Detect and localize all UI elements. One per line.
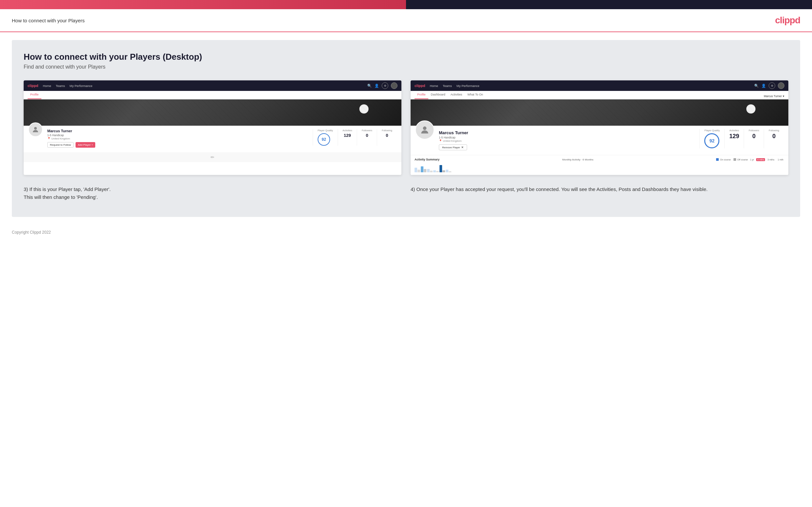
chart-bar-group-1 [414, 168, 420, 172]
footer: Copyright Clippd 2022 [0, 225, 812, 240]
time-btn-1yr[interactable]: 1 yr [749, 158, 755, 161]
mock-app-right: clippd Home Teams My Performance 🔍 👤 ⚙ P… [411, 80, 789, 175]
bar-off-6 [449, 171, 451, 172]
stat-followers-right: Followers 0 [744, 129, 764, 148]
settings-icon-right[interactable]: ⚙ [769, 82, 775, 89]
quality-circle-right: 92 [704, 133, 719, 148]
time-btn-3mths[interactable]: 3 mths [766, 158, 775, 161]
bar-on-6 [446, 170, 448, 172]
tab-profile-left[interactable]: Profile [28, 91, 41, 99]
profile-icon-right[interactable] [778, 82, 784, 89]
profile-icon-left[interactable] [391, 82, 398, 89]
time-btn-6mths[interactable]: 6 mths [756, 158, 765, 161]
on-course-label: On course [720, 159, 730, 161]
activity-title: Activity Summary [414, 158, 440, 161]
user-icon-left[interactable]: 👤 [374, 84, 379, 88]
quality-label-left: Player Quality [318, 129, 333, 132]
cursor-overlay-left: ✏ [23, 152, 401, 162]
activity-period: Monthly Activity · 6 Months [562, 158, 594, 161]
player-dropdown[interactable]: Marcus Turner ▾ [764, 95, 784, 99]
time-btn-1mth[interactable]: 1 mth [776, 158, 784, 161]
stat-activities-right: Activities 129 [724, 129, 744, 148]
app-nav-right-right: 🔍 👤 ⚙ [754, 82, 784, 89]
nav-performance-left[interactable]: My Performance [70, 84, 93, 88]
settings-icon-left[interactable]: ⚙ [382, 82, 388, 89]
search-icon-right[interactable]: 🔍 [754, 84, 759, 88]
quality-wrapper-left: Player Quality 92 [313, 129, 338, 146]
close-icon: ✕ [461, 146, 464, 149]
tab-what-to-on-right[interactable]: What To On [465, 91, 486, 99]
header: How to connect with your Players clippd [0, 9, 812, 32]
chart-bar-group-5 [440, 165, 445, 172]
stats-section-right: Player Quality 92 Activities 129 Followe… [699, 129, 784, 148]
header-title: How to connect with your Players [12, 18, 85, 23]
bar-off-1 [417, 170, 420, 172]
copyright-text: Copyright Clippd 2022 [12, 230, 51, 235]
nav-home-left[interactable]: Home [43, 84, 51, 88]
svg-point-0 [34, 127, 37, 130]
nav-teams-right[interactable]: Teams [443, 84, 452, 88]
nav-performance-right[interactable]: My Performance [457, 84, 479, 88]
search-icon-left[interactable]: 🔍 [367, 84, 372, 88]
activity-header: Activity Summary Monthly Activity · 6 Mo… [414, 158, 784, 161]
chevron-down-icon: ▾ [783, 95, 784, 98]
chart-area [414, 163, 784, 172]
golf-banner-left [23, 100, 401, 126]
screenshots-row: clippd Home Teams My Performance 🔍 👤 ⚙ P… [23, 80, 789, 175]
location-icon-right: 📍 [439, 139, 442, 143]
off-course-legend [733, 158, 736, 161]
add-player-button[interactable]: Add Player + [75, 142, 95, 148]
chart-bar-group-3 [427, 169, 433, 172]
avatar-left [28, 122, 43, 137]
remove-player-button[interactable]: Remove Player ✕ [439, 145, 467, 150]
app-logo-left: clippd [28, 84, 38, 88]
app-tabs-left: Profile [23, 91, 401, 100]
description-left: 3) If this is your Player tap, 'Add Play… [23, 185, 401, 201]
profile-info-left: Marcus Turner 1-5 Handicap 📍 United King… [47, 129, 308, 148]
player-location-left: 📍 United Kingdom [47, 137, 308, 140]
off-course-label: Off course [738, 159, 748, 161]
profile-info-right: Marcus Turner 1-5 Handicap 📍 United King… [439, 129, 695, 150]
mock-app-left: clippd Home Teams My Performance 🔍 👤 ⚙ P… [23, 80, 401, 162]
stats-section-left: Player Quality 92 Activities 129 Followe… [313, 129, 397, 146]
profile-section-left: Marcus Turner 1-5 Handicap 📍 United King… [23, 126, 401, 152]
tab-activities-right[interactable]: Activities [448, 91, 465, 99]
top-bar [0, 0, 812, 9]
activity-section: Activity Summary Monthly Activity · 6 Mo… [411, 155, 789, 175]
page-subtitle: Find and connect with your Players [23, 64, 789, 70]
bar-on-2 [421, 166, 423, 172]
nav-home-right[interactable]: Home [429, 84, 438, 88]
tab-profile-right[interactable]: Profile [414, 91, 428, 99]
request-follow-button[interactable]: Request to Follow [47, 142, 73, 148]
app-logo-right: clippd [414, 84, 425, 88]
nav-teams-left[interactable]: Teams [56, 84, 65, 88]
remove-player-wrapper: Remove Player ✕ [439, 145, 695, 150]
user-icon-right[interactable]: 👤 [761, 84, 766, 88]
player-name-left: Marcus Turner [47, 129, 308, 133]
app-navbar-left: clippd Home Teams My Performance 🔍 👤 ⚙ [23, 80, 401, 91]
chart-bar-group-4 [433, 170, 439, 172]
screenshot-right: clippd Home Teams My Performance 🔍 👤 ⚙ P… [411, 80, 789, 175]
player-location-right: 📍 United Kingdom [439, 139, 695, 143]
tab-dashboard-right[interactable]: Dashboard [428, 91, 448, 99]
player-name-right: Marcus Turner [439, 130, 695, 135]
bar-on-1 [414, 168, 417, 172]
bar-on-5 [440, 165, 442, 172]
activity-controls: On course Off course 1 yr 6 mths 3 mths … [716, 158, 784, 161]
avatar-right [415, 120, 434, 139]
bar-off-3 [430, 171, 433, 172]
chart-bar-group-2 [421, 166, 426, 172]
golf-banner-right [411, 100, 789, 126]
bar-off-4 [436, 171, 439, 172]
bar-on-4 [433, 170, 436, 172]
app-tabs-right: Profile Dashboard Activities What To On … [411, 91, 789, 100]
stat-activities-left: Activities 129 [338, 129, 357, 146]
bar-off-2 [424, 169, 426, 172]
stat-followers-left: Followers 0 [357, 129, 377, 146]
player-handicap-right: 1-5 Handicap [439, 136, 695, 139]
app-navbar-right: clippd Home Teams My Performance 🔍 👤 ⚙ [411, 80, 789, 91]
page-title: How to connect with your Players (Deskto… [23, 52, 789, 62]
pencil-icon: ✏ [211, 155, 214, 160]
profile-actions-left: Request to Follow Add Player + [47, 142, 308, 148]
bar-on-3 [427, 169, 429, 172]
